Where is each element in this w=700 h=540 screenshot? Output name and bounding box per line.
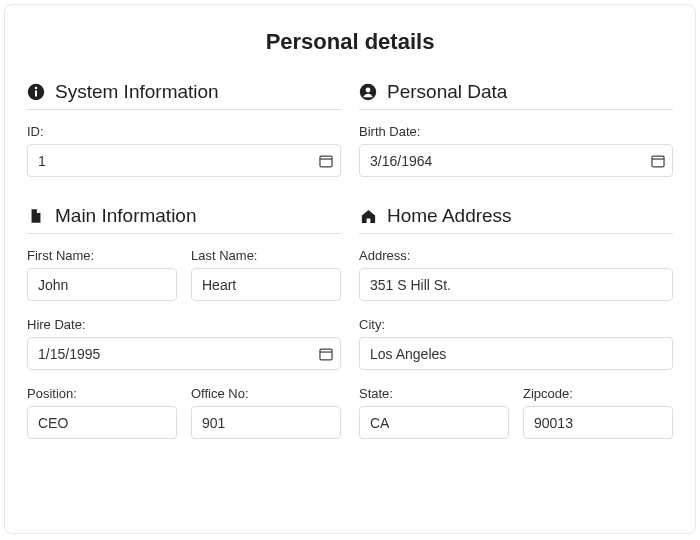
office-no-label: Office No:: [191, 386, 341, 401]
address-label: Address:: [359, 248, 673, 263]
section-header: System Information: [27, 81, 341, 110]
state-input[interactable]: [359, 406, 509, 439]
svg-point-6: [366, 88, 371, 93]
field-position: Position:: [27, 386, 177, 439]
birth-date-input-wrapper: [359, 144, 673, 177]
calendar-icon[interactable]: [317, 345, 335, 363]
field-state: State:: [359, 386, 509, 439]
section-header: Main Information: [27, 205, 341, 234]
hire-date-input[interactable]: [27, 337, 341, 370]
address-input[interactable]: [359, 268, 673, 301]
section-title: Home Address: [387, 205, 512, 227]
section-title: Personal Data: [387, 81, 507, 103]
field-birth-date: Birth Date:: [359, 124, 673, 177]
city-input[interactable]: [359, 337, 673, 370]
svg-rect-9: [320, 349, 332, 360]
office-no-input[interactable]: [191, 406, 341, 439]
section-title: Main Information: [55, 205, 197, 227]
state-label: State:: [359, 386, 509, 401]
field-hire-date: Hire Date:: [27, 317, 341, 370]
id-input[interactable]: [27, 144, 341, 177]
svg-rect-7: [652, 156, 664, 167]
field-id: ID:: [27, 124, 341, 177]
info-icon: [27, 83, 45, 101]
zipcode-input[interactable]: [523, 406, 673, 439]
field-zipcode: Zipcode:: [523, 386, 673, 439]
field-city: City:: [359, 317, 673, 370]
position-label: Position:: [27, 386, 177, 401]
field-first-name: First Name:: [27, 248, 177, 301]
first-name-label: First Name:: [27, 248, 177, 263]
section-main-information: Main Information First Name: Last Name: …: [27, 205, 341, 439]
section-system-information: System Information ID:: [27, 81, 341, 177]
first-name-input[interactable]: [27, 268, 177, 301]
section-title: System Information: [55, 81, 219, 103]
file-icon: [27, 207, 45, 225]
section-home-address: Home Address Address: City: State: Zipco…: [359, 205, 673, 439]
id-input-wrapper: [27, 144, 341, 177]
id-label: ID:: [27, 124, 341, 139]
svg-rect-1: [35, 91, 37, 97]
zipcode-label: Zipcode:: [523, 386, 673, 401]
city-label: City:: [359, 317, 673, 332]
birth-date-input[interactable]: [359, 144, 673, 177]
personal-details-form: Personal details System Information ID:: [4, 4, 696, 534]
calendar-icon[interactable]: [649, 152, 667, 170]
svg-point-2: [35, 87, 37, 89]
svg-rect-3: [320, 156, 332, 167]
section-header: Personal Data: [359, 81, 673, 110]
field-last-name: Last Name:: [191, 248, 341, 301]
section-header: Home Address: [359, 205, 673, 234]
last-name-input[interactable]: [191, 268, 341, 301]
position-input[interactable]: [27, 406, 177, 439]
page-title: Personal details: [27, 5, 673, 81]
field-office-no: Office No:: [191, 386, 341, 439]
form-grid: System Information ID: Personal Data: [27, 81, 673, 439]
user-circle-icon: [359, 83, 377, 101]
section-personal-data: Personal Data Birth Date:: [359, 81, 673, 177]
last-name-label: Last Name:: [191, 248, 341, 263]
calendar-icon[interactable]: [317, 152, 335, 170]
hire-date-input-wrapper: [27, 337, 341, 370]
birth-date-label: Birth Date:: [359, 124, 673, 139]
field-address: Address:: [359, 248, 673, 301]
home-icon: [359, 207, 377, 225]
hire-date-label: Hire Date:: [27, 317, 341, 332]
